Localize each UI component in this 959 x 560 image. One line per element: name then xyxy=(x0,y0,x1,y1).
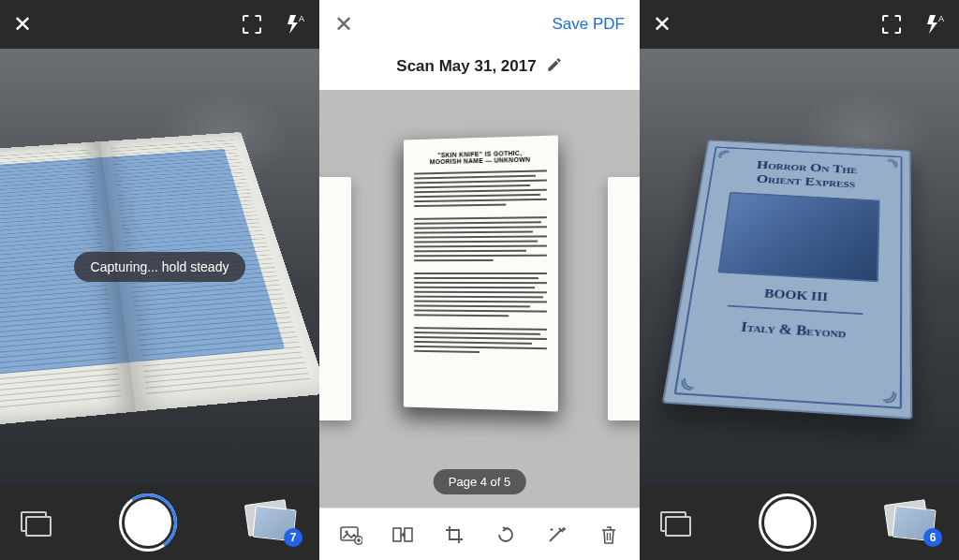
gallery-button[interactable] xyxy=(21,511,49,534)
shutter-button[interactable] xyxy=(122,496,174,549)
svg-rect-4 xyxy=(405,528,412,541)
save-pdf-button[interactable]: Save PDF xyxy=(553,15,625,34)
svg-rect-3 xyxy=(393,528,401,541)
gallery-button[interactable] xyxy=(660,511,688,534)
camera-tools: A xyxy=(880,13,946,36)
scanned-pages-thumbnail[interactable]: 6 xyxy=(886,502,938,543)
svg-text:A: A xyxy=(938,14,944,23)
capture-status-toast: Capturing... hold steady xyxy=(74,252,246,282)
camera-bottombar: 7 xyxy=(0,485,319,560)
current-page-preview[interactable]: "SKIN KNIFE" IS GOTHIC, MOORISH NAME — U… xyxy=(404,136,558,412)
camera-viewport: Capturing... hold steady xyxy=(0,49,319,485)
editor-toolbar xyxy=(319,508,640,560)
camera-topbar: ✕ A xyxy=(640,0,959,49)
doc-heading: "SKIN KNIFE" IS GOTHIC, MOORISH NAME — U… xyxy=(414,149,547,166)
delete-button[interactable] xyxy=(596,522,622,548)
rotate-button[interactable] xyxy=(493,522,519,548)
close-button[interactable]: ✕ xyxy=(13,11,32,37)
camera-panel-right: ✕ A Horror On The Orient Express xyxy=(640,0,959,560)
flash-auto-icon[interactable]: A xyxy=(923,13,946,36)
camera-panel-left: ✕ A Capturing... hold steady 7 xyxy=(0,0,319,560)
reorder-button[interactable] xyxy=(390,522,416,548)
camera-bottombar: 6 xyxy=(640,485,959,560)
editor-topbar: ✕ Save PDF xyxy=(319,0,640,49)
scanned-pages-thumbnail[interactable]: 7 xyxy=(246,502,299,543)
prev-page-peek[interactable] xyxy=(319,177,351,420)
flash-mode-label: A xyxy=(299,14,304,23)
fullscreen-icon[interactable] xyxy=(241,13,263,36)
shutter-button[interactable] xyxy=(761,496,814,549)
magic-enhance-button[interactable] xyxy=(544,522,570,548)
fullscreen-icon[interactable] xyxy=(880,13,903,36)
add-photo-button[interactable] xyxy=(338,522,364,548)
close-button[interactable]: ✕ xyxy=(334,11,353,37)
page-stage[interactable]: "SKIN KNIFE" IS GOTHIC, MOORISH NAME — U… xyxy=(319,90,640,508)
next-page-peek[interactable] xyxy=(608,177,640,420)
camera-topbar: ✕ A xyxy=(0,0,319,49)
scan-title: Scan May 31, 2017 xyxy=(396,57,536,76)
editor-panel: ✕ Save PDF Scan May 31, 2017 "SKIN KNIFE… xyxy=(319,0,640,560)
page-count-badge: 6 xyxy=(923,528,942,547)
crop-button[interactable] xyxy=(441,522,467,548)
page-indicator: Page 4 of 5 xyxy=(434,469,526,494)
book-cover-preview: Horror On The Orient Express BOOK III It… xyxy=(662,140,912,420)
title-row: Scan May 31, 2017 xyxy=(319,49,640,90)
camera-tools: A xyxy=(241,13,306,36)
camera-viewport: Horror On The Orient Express BOOK III It… xyxy=(640,49,959,485)
close-button[interactable]: ✕ xyxy=(653,11,671,37)
scan-detection-overlay xyxy=(664,141,910,418)
page-count-badge: 7 xyxy=(284,528,302,547)
flash-auto-icon[interactable]: A xyxy=(284,13,306,36)
rename-button[interactable] xyxy=(546,56,563,77)
